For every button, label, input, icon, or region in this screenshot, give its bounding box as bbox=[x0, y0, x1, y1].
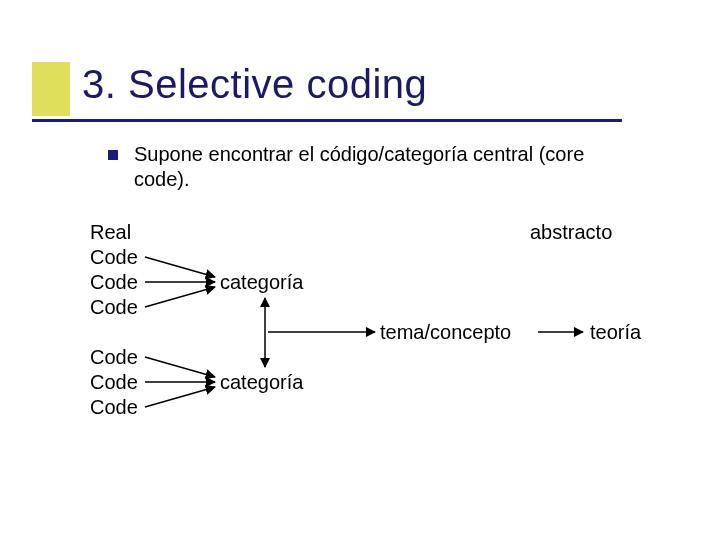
arrow-code1a-cat1 bbox=[145, 257, 215, 277]
title-accent-block bbox=[32, 62, 70, 116]
slide-title: 3. Selective coding bbox=[82, 62, 427, 107]
title-underline bbox=[32, 119, 622, 122]
bullet-item: Supone encontrar el código/categoría cen… bbox=[108, 142, 628, 192]
arrow-code1c-cat1 bbox=[145, 287, 215, 307]
bullet-square-icon bbox=[108, 150, 118, 160]
arrow-code2a-cat2 bbox=[145, 357, 215, 377]
slide: 3. Selective coding Supone encontrar el … bbox=[0, 0, 720, 540]
diagram: Real Code Code Code Code Code Code categ… bbox=[90, 220, 650, 430]
arrow-code2c-cat2 bbox=[145, 387, 215, 407]
diagram-arrows bbox=[90, 220, 650, 430]
bullet-text: Supone encontrar el código/categoría cen… bbox=[134, 142, 628, 192]
